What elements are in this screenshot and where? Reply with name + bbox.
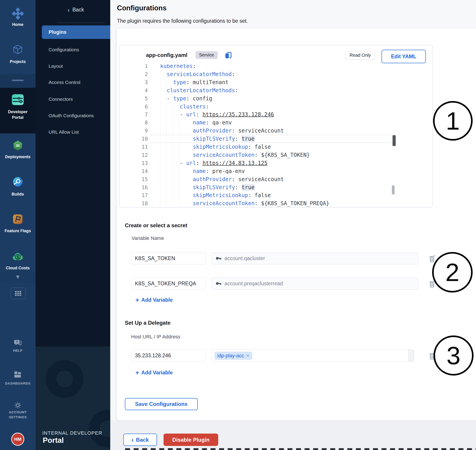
code-line: skipMetricsLookup: false <box>149 191 396 199</box>
yaml-editor-card: app-config.yaml Service Read Only Edit Y… <box>119 45 433 207</box>
cloud-costs-icon[interactable]: $ <box>0 252 35 261</box>
delegate-heading: Set Up a Delegate <box>125 320 170 326</box>
code-line: skipTLSVerify: true <box>149 183 396 191</box>
subnav-item-oauth-configurations[interactable]: OAuth Configurations <box>49 111 94 120</box>
code-editor[interactable]: kubernetes:serviceLocatorMethod:type: mu… <box>149 64 396 207</box>
key-icon <box>216 281 221 286</box>
page-subtitle: The plugin requires the following config… <box>117 18 248 24</box>
code-line-number: 5 <box>134 95 148 103</box>
delegate-tag-label: idp-play-acc <box>217 353 244 359</box>
code-line: kubernetes: <box>149 64 396 70</box>
sidebar-item-account-settings[interactable]: SETTINGS <box>0 415 35 419</box>
code-line: authProvider: serviceAccount <box>149 127 396 135</box>
code-line-number: 4 <box>134 86 148 95</box>
sidebar-item-account-settings[interactable]: ACCOUNT <box>0 410 35 414</box>
add-delegate-variable-button[interactable]: + Add Variable <box>135 370 173 376</box>
code-line: serviceAccountToken: ${K8S_SA_TOKEN_PREQ… <box>149 199 396 207</box>
sidebar-item-home[interactable]: Home <box>0 22 35 27</box>
back-link[interactable]: ‹ Back <box>67 7 84 13</box>
code-line-number: 14 <box>134 167 148 175</box>
code-line-number: 15 <box>134 175 148 183</box>
sidebar-item-developer-portal[interactable]: Portal <box>0 115 35 120</box>
delegate-tags-field[interactable]: idp-play-acc× <box>212 349 414 361</box>
host-url-input[interactable] <box>131 349 206 361</box>
code-line: skipTLSVerify: true <box>149 135 396 143</box>
code-line-number: 2 <box>134 70 148 78</box>
chevron-down-icon[interactable]: ▾ <box>0 273 35 281</box>
subnav-footer-kicker: INTERNAL DEVELOPER <box>42 430 102 436</box>
module-switcher-button[interactable] <box>11 288 26 299</box>
feature-flags-icon[interactable] <box>0 214 35 225</box>
subnav-item-label: Plugins <box>49 29 66 35</box>
developer-portal-icon[interactable] <box>0 93 35 106</box>
code-line: authProvider: serviceAccount <box>149 175 396 183</box>
sidebar-item-developer-portal[interactable]: Developer <box>0 109 35 114</box>
copy-icon[interactable] <box>224 51 233 60</box>
subnav-item-access-control[interactable]: Access Control <box>49 78 80 87</box>
subnav-footer: INTERNAL DEVELOPER Portal <box>35 347 110 450</box>
scrollbar-thumb-dark[interactable] <box>393 135 396 146</box>
scrollbar-thumb[interactable] <box>392 185 394 194</box>
back-button[interactable]: ‹ Back <box>123 434 157 446</box>
secret-reference-field[interactable]: account.preqaclusterread <box>212 278 418 290</box>
code-line: - url: https://35.233.128.246 <box>149 111 396 118</box>
key-icon <box>216 255 221 261</box>
code-line: name: qa-env <box>149 118 396 127</box>
yaml-filename: app-config.yaml <box>146 52 187 58</box>
back-link-label: Back <box>72 7 84 13</box>
subnav-item-plugins[interactable]: Plugins <box>42 25 110 39</box>
tagfield-strip <box>408 350 414 361</box>
decor-ring <box>46 360 83 398</box>
sidebar-item-builds[interactable]: Builds <box>0 192 35 197</box>
secrets-heading: Create or select a secret <box>125 222 187 229</box>
svg-text:$: $ <box>16 255 19 260</box>
sidebar-item-deployments[interactable]: Deployments <box>0 154 35 159</box>
code-line-number: 13 <box>134 159 148 167</box>
close-icon[interactable]: × <box>246 353 249 359</box>
builds-icon[interactable] <box>0 177 35 187</box>
sidebar-item-projects[interactable]: Projects <box>0 59 35 64</box>
subnav-item-url-allow-list[interactable]: URL Allow List <box>49 128 79 136</box>
code-line-number: 1 <box>134 64 148 70</box>
code-line-number: 17 <box>134 191 148 199</box>
sidebar-item-feature-flags[interactable]: Feature Flags <box>0 228 35 233</box>
page-title: Configurations <box>117 4 166 12</box>
dashboards-icon[interactable] <box>0 370 35 379</box>
delegate-tag-chip[interactable]: idp-play-acc× <box>215 352 252 360</box>
disable-plugin-button[interactable]: Disable Plugin <box>164 434 218 446</box>
code-line-numbers: 123456789101112131415161718 <box>134 64 149 207</box>
sidebar-divider <box>12 80 24 81</box>
add-variable-button[interactable]: + Add Variable <box>135 297 173 303</box>
help-icon[interactable]: ? <box>0 339 35 347</box>
secret-reference-value: account.qacluster <box>224 255 265 261</box>
deployments-icon[interactable]: ∞ <box>0 140 35 151</box>
read-only-badge: Read Only <box>345 51 375 59</box>
svg-text:∞: ∞ <box>15 142 20 149</box>
code-line-number: 7 <box>134 111 148 118</box>
account-settings-icon[interactable] <box>0 401 35 409</box>
code-line-number: 16 <box>134 183 148 191</box>
variable-name-input[interactable] <box>131 278 206 290</box>
sidebar-item-cloud-costs[interactable]: Cloud Costs <box>0 266 35 270</box>
projects-icon[interactable] <box>0 44 35 55</box>
code-line: serviceLocatorMethod: <box>149 70 396 78</box>
avatar[interactable]: HM <box>11 433 24 446</box>
variable-name-input[interactable] <box>131 252 206 264</box>
sidebar-item-help[interactable]: HELP <box>0 348 35 353</box>
svg-text:?: ? <box>16 340 18 344</box>
sidebar-item-dashboards[interactable]: DASHBOARDS <box>0 381 35 386</box>
plus-icon: + <box>135 370 139 376</box>
subnav-item-connectors[interactable]: Connectors <box>49 95 73 104</box>
code-line: clusterLocatorMethods: <box>149 86 396 95</box>
home-icon[interactable] <box>0 7 35 20</box>
save-configurations-button[interactable]: Save Configurations <box>125 398 198 410</box>
variable-name-label: Variable Name <box>132 235 164 241</box>
subnav-item-layout[interactable]: Layout <box>49 62 63 71</box>
code-line-number: 12 <box>134 151 148 159</box>
annotation-circle-2: 2 <box>432 252 473 292</box>
secret-reference-field[interactable]: account.qacluster <box>212 252 418 264</box>
subnav-item-configurations[interactable]: Configurations <box>49 45 79 54</box>
code-line-number: 6 <box>134 103 148 111</box>
chevron-left-icon: ‹ <box>131 437 134 443</box>
edit-yaml-button[interactable]: Edit YAML <box>382 50 426 63</box>
